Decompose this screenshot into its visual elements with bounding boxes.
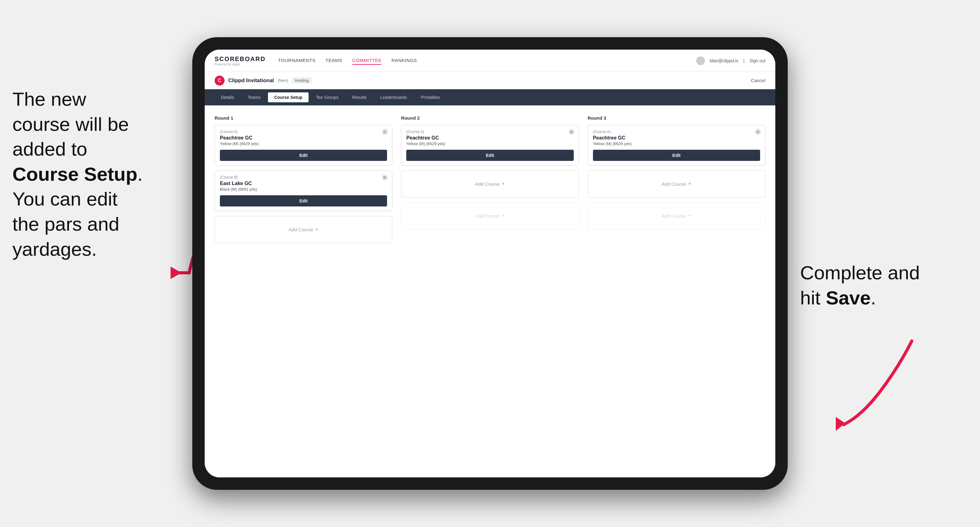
rounds-grid: Round 1 ⊠ (Course A) Peachtree GC Yellow… (215, 115, 765, 248)
tab-tee-groups[interactable]: Tee Groups (310, 92, 345, 102)
round-3-column: Round 3 ⊠ (Course A) Peachtree GC Yellow… (588, 115, 765, 248)
main-content: Round 1 ⊠ (Course A) Peachtree GC Yellow… (205, 105, 775, 478)
tournament-name-area: C Clippd Invitational (Men) Hosting (215, 76, 312, 86)
tablet-container: SCOREBOARD Powered by clippd TOURNAMENTS… (192, 37, 788, 490)
round-2-add-course-button[interactable]: Add Course + (401, 170, 579, 197)
round-1-course-b-edit-button[interactable]: Edit (220, 195, 387, 206)
tab-bar: Details Teams Course Setup Tee Groups Re… (205, 89, 775, 105)
annotation-right: Complete and hit Save. (800, 260, 931, 310)
round-1-column: Round 1 ⊠ (Course A) Peachtree GC Yellow… (215, 115, 392, 248)
round-1-course-a-tee: Yellow (M) (6629 yds) (220, 141, 387, 146)
round-2-course-a-card: ⊠ (Course A) Peachtree GC Yellow (M) (66… (401, 125, 579, 165)
round-1-course-a-label: (Course A) (220, 130, 387, 134)
round-2-course-a-tee: Yellow (M) (6629 yds) (406, 141, 573, 146)
tablet-screen: SCOREBOARD Powered by clippd TOURNAMENTS… (205, 49, 775, 478)
round-2-course-a-name: Peachtree GC (406, 135, 573, 141)
sub-nav: C Clippd Invitational (Men) Hosting Canc… (205, 72, 775, 89)
arrow-right-icon (806, 335, 924, 434)
tournament-logo: C (215, 76, 224, 86)
round-1-course-a-delete-icon[interactable]: ⊠ (382, 129, 388, 135)
round-1-label: Round 1 (215, 115, 392, 121)
hosting-badge: Hosting (292, 77, 312, 84)
logo-area: SCOREBOARD Powered by clippd (215, 56, 266, 66)
tournament-title: Clippd Invitational (228, 78, 274, 84)
nav-separator: | (743, 58, 745, 63)
tournament-gender: (Men) (278, 78, 288, 83)
nav-right: blair@clippd.io | Sign out (696, 56, 765, 65)
nav-link-committee[interactable]: COMMITTEE (352, 56, 382, 65)
round-3-course-a-delete-icon[interactable]: ⊠ (754, 129, 761, 135)
round-3-add-course-disabled: Add Course + (588, 202, 765, 229)
round-1-add-course-button[interactable]: Add Course + (215, 216, 392, 243)
tab-teams[interactable]: Teams (242, 92, 267, 102)
svg-marker-1 (836, 417, 845, 431)
nav-link-rankings[interactable]: RANKINGS (391, 56, 417, 65)
round-2-add-course-disabled: Add Course + (401, 202, 579, 229)
nav-link-teams[interactable]: TEAMS (326, 56, 342, 65)
round-1-course-b-label: (Course B) (220, 175, 387, 179)
round-3-course-a-tee: Yellow (M) (6629 yds) (593, 141, 760, 146)
round-3-course-a-name: Peachtree GC (593, 135, 760, 141)
round-3-label: Round 3 (588, 115, 765, 121)
nav-links: TOURNAMENTS TEAMS COMMITTEE RANKINGS (278, 56, 696, 65)
round-3-course-a-card: ⊠ (Course A) Peachtree GC Yellow (M) (66… (588, 125, 765, 165)
round-1-course-b-tee: Black (M) (6891 yds) (220, 187, 387, 192)
round-1-course-a-name: Peachtree GC (220, 135, 387, 141)
tab-printables[interactable]: Printables (415, 92, 446, 102)
sign-out-link[interactable]: Sign out (749, 58, 765, 63)
round-2-label: Round 2 (401, 115, 579, 121)
nav-link-tournaments[interactable]: TOURNAMENTS (278, 56, 315, 65)
round-1-course-b-card: ⊠ (Course B) East Lake GC Black (M) (689… (215, 170, 392, 211)
user-email: blair@clippd.io (710, 58, 738, 63)
round-3-course-a-label: (Course A) (593, 130, 760, 134)
round-2-column: Round 2 ⊠ (Course A) Peachtree GC Yellow… (401, 115, 579, 248)
tab-details[interactable]: Details (215, 92, 240, 102)
tab-results[interactable]: Results (346, 92, 373, 102)
round-2-course-a-delete-icon[interactable]: ⊠ (568, 129, 575, 135)
round-1-course-b-name: East Lake GC (220, 181, 387, 186)
round-1-course-a-edit-button[interactable]: Edit (220, 150, 387, 161)
logo-sub: Powered by clippd (215, 63, 266, 66)
round-2-course-a-edit-button[interactable]: Edit (406, 150, 573, 161)
round-1-course-a-card: ⊠ (Course A) Peachtree GC Yellow (M) (66… (215, 125, 392, 165)
round-1-course-b-delete-icon[interactable]: ⊠ (382, 174, 388, 181)
round-3-add-course-button[interactable]: Add Course + (588, 170, 765, 197)
svg-marker-0 (170, 267, 181, 279)
cancel-button[interactable]: Cancel (751, 78, 765, 83)
tab-course-setup[interactable]: Course Setup (268, 92, 309, 102)
avatar (696, 56, 705, 65)
round-2-course-a-label: (Course A) (406, 130, 573, 134)
top-nav: SCOREBOARD Powered by clippd TOURNAMENTS… (205, 49, 775, 72)
logo-scoreboard: SCOREBOARD (215, 56, 266, 63)
tab-leaderboards[interactable]: Leaderboards (374, 92, 413, 102)
round-3-course-a-edit-button[interactable]: Edit (593, 150, 760, 161)
